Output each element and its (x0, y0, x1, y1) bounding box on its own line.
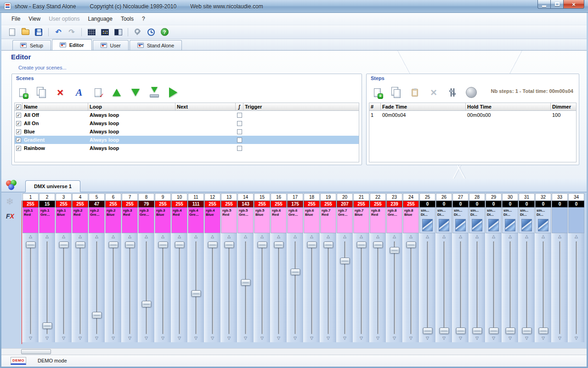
fader-track[interactable] (452, 241, 469, 335)
fader-thumb[interactable] (472, 328, 482, 334)
channel-label[interactable]: rgb.8 Gre... (386, 207, 402, 233)
fader-thumb[interactable] (522, 328, 531, 334)
open-file-button[interactable] (20, 27, 30, 37)
scene-enabled-checkbox[interactable]: ✓ (16, 138, 21, 143)
channel-label[interactable]: rgb.1 Gre... (39, 207, 55, 233)
fader-increment-button[interactable]: △ (89, 233, 105, 241)
scene-row[interactable]: ✓ Blue Always loop (15, 127, 359, 136)
scene-enabled-checkbox[interactable]: ✓ (16, 113, 21, 118)
fader-increment-button[interactable]: △ (552, 233, 568, 241)
undo-button[interactable]: ↶ (53, 27, 63, 37)
menu-tools[interactable]: Tools (117, 14, 138, 24)
scene-row[interactable]: ✓ All On Always loop (15, 119, 359, 127)
scrollbar-thumb[interactable] (21, 349, 51, 354)
fader-increment-button[interactable]: △ (204, 233, 220, 241)
scene-row[interactable]: ✓ All Off Always loop (15, 111, 359, 119)
fader-thumb[interactable] (406, 242, 416, 248)
fader-increment-button[interactable]: △ (23, 233, 39, 241)
fader-increment-button[interactable]: △ (287, 233, 303, 241)
fader-decrement-button[interactable]: ▽ (237, 335, 254, 342)
channel-label[interactable]: rgb.2 Red (72, 207, 88, 233)
fader-thumb[interactable] (26, 242, 35, 248)
fader-decrement-button[interactable]: ▽ (403, 335, 419, 342)
fader-thumb[interactable] (241, 279, 250, 286)
groups-spheres-icon[interactable] (6, 180, 20, 191)
fader-track[interactable] (337, 241, 353, 335)
fader-decrement-button[interactable]: ▽ (337, 335, 353, 342)
fader-track[interactable] (56, 241, 72, 335)
steps-col-number[interactable]: # (369, 103, 381, 110)
console-view-button[interactable] (113, 27, 123, 37)
save-button[interactable] (34, 27, 44, 37)
channel-label[interactable]: rgb.2 Gre... (89, 207, 105, 233)
fader-decrement-button[interactable]: ▽ (320, 335, 336, 342)
fader-thumb[interactable] (75, 242, 85, 248)
rename-scene-button[interactable]: A (73, 86, 85, 99)
fader-decrement-button[interactable]: ▽ (353, 335, 369, 342)
fader-decrement-button[interactable]: ▽ (204, 335, 220, 342)
channel-label[interactable]: rgb.8 Red (370, 207, 386, 233)
channel-label[interactable]: rgb.5 Blue (254, 207, 270, 233)
titlebar[interactable]: show - Easy Stand Alone Copyright (c) Ni… (0, 0, 588, 13)
steps-col-hold-time[interactable]: Hold Time (466, 103, 551, 110)
fader-decrement-button[interactable]: ▽ (72, 335, 88, 342)
fader-thumb[interactable] (191, 290, 201, 297)
fader-track[interactable] (237, 241, 254, 335)
channel-label[interactable]: rgb.8 Blue (403, 207, 419, 233)
fader-track[interactable] (23, 241, 39, 335)
fader-track[interactable] (552, 241, 568, 335)
fader-track[interactable] (486, 241, 502, 335)
steps-col-dimmer[interactable]: Dimmer (551, 103, 576, 110)
fader-decrement-button[interactable]: ▽ (304, 335, 320, 342)
scene-fade-checkbox[interactable] (237, 121, 242, 126)
fader-decrement-button[interactable]: ▽ (171, 335, 187, 342)
fader-thumb[interactable] (373, 242, 383, 248)
channel-label[interactable]: sin... Di... (519, 207, 535, 233)
channel-label[interactable]: rgb.5 Gre... (237, 207, 254, 233)
copy-step-button[interactable] (390, 86, 402, 99)
fader-track[interactable] (469, 241, 485, 335)
fader-track[interactable] (221, 241, 237, 335)
fader-decrement-button[interactable]: ▽ (39, 335, 55, 342)
fader-track[interactable] (436, 241, 452, 335)
fader-thumb[interactable] (125, 242, 135, 248)
compare-steps-button[interactable] (447, 86, 458, 99)
minimize-button[interactable] (537, 0, 551, 9)
export-scene-button[interactable] (148, 86, 160, 99)
move-scene-down-button[interactable] (130, 86, 141, 99)
tab-editor[interactable]: Editor (52, 39, 92, 50)
fader-thumb[interactable] (390, 247, 399, 253)
steps-col-fade-time[interactable]: Fade Time (381, 103, 466, 110)
channel-label[interactable]: rgb.7 Blue (353, 207, 369, 233)
fader-thumb[interactable] (538, 328, 548, 334)
tab-user[interactable]: User (93, 40, 129, 50)
menu-file[interactable]: File (7, 14, 24, 24)
fader-track[interactable] (188, 241, 204, 335)
fader-thumb[interactable] (340, 258, 350, 264)
fader-increment-button[interactable]: △ (39, 233, 55, 241)
fader-increment-button[interactable]: △ (370, 233, 386, 241)
fader-thumb[interactable] (290, 269, 300, 275)
channel-label[interactable]: rgb.6 Blue (304, 207, 320, 233)
fader-decrement-button[interactable]: ▽ (89, 335, 105, 342)
fader-decrement-button[interactable]: ▽ (502, 335, 518, 342)
time-button[interactable] (146, 27, 156, 37)
move-scene-up-button[interactable] (111, 86, 123, 99)
fader-decrement-button[interactable]: ▽ (271, 335, 287, 342)
menu-help[interactable]: ? (138, 14, 149, 24)
scene-fade-checkbox[interactable] (237, 146, 242, 151)
fader-thumb[interactable] (307, 242, 317, 248)
fader-increment-button[interactable]: △ (403, 233, 419, 241)
fader-decrement-button[interactable]: ▽ (568, 335, 584, 342)
fader-track[interactable] (403, 241, 419, 335)
scene-fade-checkbox[interactable] (237, 113, 242, 118)
delete-scene-button[interactable]: × (54, 86, 66, 99)
fader-track[interactable] (39, 241, 55, 335)
fader-track[interactable] (89, 241, 105, 335)
fader-track[interactable] (370, 241, 386, 335)
fader-thumb[interactable] (489, 328, 498, 334)
fader-increment-button[interactable]: △ (502, 233, 518, 241)
channel-label[interactable]: rgb.1 Red (23, 207, 39, 233)
fader-decrement-button[interactable]: ▽ (287, 335, 303, 342)
horizontal-scrollbar[interactable] (1, 348, 587, 355)
